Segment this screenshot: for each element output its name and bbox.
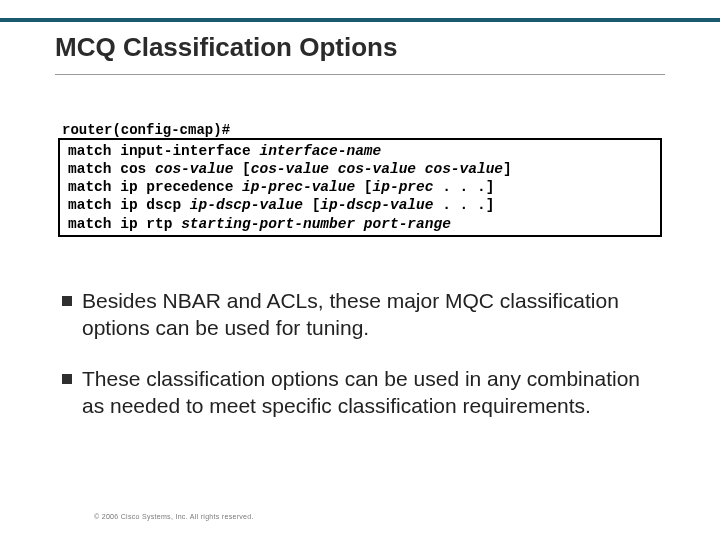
code-line: match ip rtp starting-port-number port-r… [68, 215, 652, 233]
code-arg: ip-dscp-value [190, 197, 312, 213]
code-box: match input-interface interface-name mat… [58, 138, 662, 237]
code-arg: ip-dscp-value [320, 197, 433, 213]
bullet-item: These classification options can be used… [62, 366, 662, 420]
code-arg: cos-value cos-value cos-value [251, 161, 503, 177]
code-keyword: match input-interface [68, 143, 259, 159]
bullet-list: Besides NBAR and ACLs, these major MQC c… [62, 288, 662, 444]
bullet-item: Besides NBAR and ACLs, these major MQC c… [62, 288, 662, 342]
top-rule [0, 18, 720, 22]
code-arg: ip-prec [373, 179, 434, 195]
code-bracket: . . .] [433, 197, 494, 213]
copyright-footer: © 2006 Cisco Systems, Inc. All rights re… [94, 513, 254, 520]
code-line: match ip dscp ip-dscp-value [ip-dscp-val… [68, 196, 652, 214]
code-keyword: match cos [68, 161, 155, 177]
code-arg: starting-port-number port-range [181, 216, 451, 232]
code-keyword: match ip dscp [68, 197, 190, 213]
code-line: match cos cos-value [cos-value cos-value… [68, 160, 652, 178]
code-arg: cos-value [155, 161, 242, 177]
title-underline [55, 74, 665, 75]
code-line: match input-interface interface-name [68, 142, 652, 160]
code-keyword: match ip precedence [68, 179, 242, 195]
code-keyword: match ip rtp [68, 216, 181, 232]
code-arg: ip-prec-value [242, 179, 364, 195]
page-title: MCQ Classification Options [55, 32, 397, 63]
code-bracket: . . .] [433, 179, 494, 195]
code-bracket: [ [364, 179, 373, 195]
cli-prompt: router(config-cmap)# [62, 122, 230, 138]
code-arg: interface-name [259, 143, 381, 159]
code-bracket: [ [242, 161, 251, 177]
code-line: match ip precedence ip-prec-value [ip-pr… [68, 178, 652, 196]
code-bracket: ] [503, 161, 512, 177]
